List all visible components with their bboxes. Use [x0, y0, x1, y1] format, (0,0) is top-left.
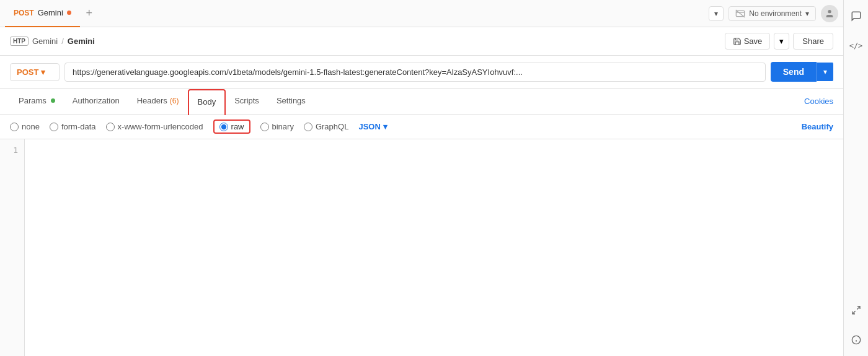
option-none[interactable]: none	[10, 122, 40, 131]
url-input[interactable]	[64, 63, 766, 82]
line-number-1: 1	[0, 145, 18, 155]
params-dot	[51, 98, 55, 103]
svg-point-8	[828, 10, 831, 13]
json-chevron: ▾	[383, 122, 388, 131]
tab-body[interactable]: Body	[188, 89, 226, 115]
send-button[interactable]: Send	[771, 62, 817, 82]
tab-dropdown-chevron: ▾	[714, 9, 718, 18]
headers-badge: (6)	[170, 97, 179, 105]
option-urlencoded[interactable]: x-www-form-urlencoded	[106, 122, 203, 131]
profile-icon-svg	[825, 9, 835, 19]
share-button[interactable]: Share	[793, 33, 833, 50]
tab-scripts[interactable]: Scripts	[226, 89, 268, 115]
radio-raw[interactable]	[219, 123, 228, 131]
tab-params[interactable]: Params	[10, 89, 64, 115]
code-editor: 1	[0, 139, 843, 356]
tab-settings[interactable]: Settings	[268, 89, 314, 115]
method-selector[interactable]: POST ▾	[10, 63, 60, 81]
breadcrumb-actions: Save ▾ Share	[725, 33, 833, 50]
tab-unsaved-dot	[67, 11, 71, 15]
tab-dropdown-button[interactable]: ▾	[709, 6, 724, 21]
radio-none[interactable]	[10, 123, 19, 131]
option-binary[interactable]: binary	[260, 122, 294, 131]
method-chevron: ▾	[41, 67, 45, 77]
save-button[interactable]: Save	[725, 33, 771, 50]
breadcrumb-request: Gemini	[68, 37, 95, 46]
tab-headers[interactable]: Headers (6)	[128, 89, 188, 115]
tab-method-label: POST	[14, 9, 34, 17]
breadcrumb-bar: HTP Gemini / Gemini Save ▾ Share	[0, 27, 843, 56]
new-tab-button[interactable]: +	[80, 4, 99, 23]
breadcrumb-separator: /	[61, 37, 64, 46]
svg-line-0	[857, 306, 860, 310]
send-button-group: Send ▾	[771, 62, 833, 82]
tab-bar: POST Gemini + ▾ No environment ▾	[0, 0, 843, 27]
send-dropdown-button[interactable]: ▾	[817, 63, 833, 81]
url-bar: POST ▾ Send ▾	[0, 56, 843, 89]
save-icon	[733, 37, 742, 46]
svg-line-1	[852, 311, 856, 314]
tab-gemini[interactable]: POST Gemini	[5, 0, 80, 27]
cookies-link[interactable]: Cookies	[804, 97, 833, 106]
save-chevron-icon: ▾	[779, 37, 784, 46]
radio-binary[interactable]	[260, 123, 269, 131]
breadcrumb-collection[interactable]: Gemini	[32, 37, 58, 46]
radio-form-data[interactable]	[50, 123, 58, 131]
option-form-data[interactable]: form-data	[50, 122, 96, 131]
json-type-selector[interactable]: JSON ▾	[358, 122, 387, 131]
environment-selector[interactable]: No environment ▾	[728, 6, 816, 21]
request-tabs: Params Authorization Headers (6) Body Sc…	[0, 89, 843, 115]
code-textarea[interactable]	[25, 139, 843, 356]
body-options: none form-data x-www-form-urlencoded raw…	[0, 115, 843, 139]
resize-icon[interactable]	[846, 300, 866, 320]
no-environment-icon	[735, 9, 745, 18]
method-value: POST	[17, 67, 38, 77]
environment-label: No environment	[749, 9, 802, 18]
option-raw[interactable]: raw	[213, 119, 250, 134]
save-dropdown-button[interactable]: ▾	[774, 33, 789, 50]
radio-urlencoded[interactable]	[106, 123, 115, 131]
comment-icon[interactable]	[846, 6, 866, 26]
http-badge: HTP	[10, 37, 29, 46]
beautify-button[interactable]: Beautify	[802, 122, 833, 131]
code-icon[interactable]: </>	[846, 36, 866, 56]
tab-name-label: Gemini	[38, 8, 63, 17]
tab-authorization[interactable]: Authorization	[64, 89, 128, 115]
breadcrumb: HTP Gemini / Gemini	[10, 37, 95, 46]
profile-avatar[interactable]	[821, 5, 838, 22]
option-graphql[interactable]: GraphQL	[304, 122, 348, 131]
environment-chevron: ▾	[805, 9, 809, 18]
radio-graphql[interactable]	[304, 123, 312, 131]
line-numbers: 1	[0, 139, 25, 356]
info-icon[interactable]	[846, 330, 866, 350]
